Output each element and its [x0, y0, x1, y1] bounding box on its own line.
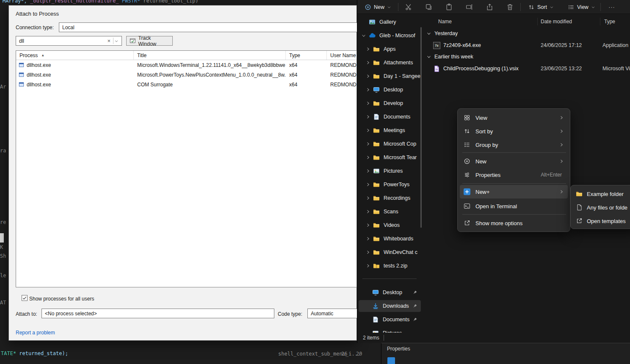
folder-icon [373, 235, 380, 242]
chevron-right-icon[interactable] [365, 141, 370, 146]
column-header-title[interactable]: Title [134, 51, 286, 60]
nav-item-microsoft-teams[interactable]: Microsoft Tear [359, 152, 421, 163]
group-header-yesterday[interactable]: Yesterday [424, 28, 630, 39]
nav-item-videos[interactable]: Videos [359, 219, 421, 231]
column-header-date[interactable]: Date modified [541, 19, 572, 25]
sort-button[interactable]: Sort [524, 1, 558, 13]
chevron-down-icon[interactable] [426, 54, 431, 59]
rename-button[interactable] [463, 1, 475, 13]
nav-item-documents-pinned[interactable]: Documents [359, 314, 421, 325]
nav-item-apps[interactable]: Apps [359, 43, 421, 55]
file-row-7zip[interactable]: 7z 7z2409-x64.exe 24/06/2025 17:12 Appli… [424, 40, 630, 51]
chevron-right-icon[interactable] [365, 114, 370, 119]
share-button[interactable] [484, 1, 495, 13]
menu-item-properties[interactable]: PropertiesAlt+Enter [460, 168, 568, 182]
column-header-name[interactable]: Name [438, 19, 452, 25]
menu-item-show-more-options[interactable]: Show more options [460, 216, 568, 230]
nav-item-microsoft-copilot[interactable]: Microsoft Cop [359, 138, 421, 150]
chevron-right-icon[interactable] [365, 196, 370, 201]
chevron-down-icon[interactable] [361, 33, 366, 38]
chevron-right-icon[interactable] [365, 155, 370, 160]
submenu-item-example-folder[interactable]: Example folder [573, 187, 630, 201]
paste-button[interactable] [443, 1, 455, 13]
toolbar-divider [520, 3, 521, 11]
clear-filter-button[interactable]: × [105, 38, 112, 44]
folder-icon [373, 154, 380, 161]
nav-item-recordings[interactable]: Recordings [359, 192, 421, 204]
track-window-icon [130, 38, 136, 44]
chevron-right-icon[interactable] [365, 236, 370, 241]
track-window-button[interactable]: Track Window [126, 36, 173, 46]
menu-item-new-plus[interactable]: New+ [460, 185, 568, 199]
column-header-type[interactable]: Type [604, 19, 615, 25]
file-row-vsix[interactable]: ChildProcessDebugging (1).vsix 23/06/202… [424, 63, 630, 74]
nav-item-meetings[interactable]: Meetings [359, 124, 421, 136]
chevron-right-icon[interactable] [365, 101, 370, 106]
sidebar-scrollbar[interactable] [420, 27, 422, 228]
process-row[interactable]: dllhost.exe Microsoft.PowerToys.NewPlusC… [16, 70, 356, 80]
copy-button[interactable] [423, 1, 434, 13]
attach-to-field[interactable]: <No process selected> [41, 309, 274, 318]
column-header-type[interactable]: Type [286, 51, 327, 60]
nav-item-attachments[interactable]: Attachments [359, 57, 421, 69]
menu-item-open-in-terminal[interactable]: Open in Terminal [460, 199, 568, 213]
menu-item-sort-by[interactable]: Sort by [460, 124, 568, 138]
chevron-right-icon[interactable] [365, 60, 370, 65]
menu-item-group-by[interactable]: Group by [460, 138, 568, 152]
file-date: 23/06/2025 13:22 [541, 66, 582, 72]
group-header-earlier-this-week[interactable]: Earlier this week [424, 51, 630, 62]
column-header-user[interactable]: User Name [327, 51, 356, 60]
chevron-right-icon[interactable] [365, 47, 370, 52]
nav-item-downloads-pinned[interactable]: Downloads [359, 300, 421, 312]
menu-item-new[interactable]: New [460, 154, 568, 168]
new-button[interactable]: New [361, 1, 395, 13]
process-filter-input[interactable]: dll × [16, 36, 122, 46]
process-user: REDMOND [327, 80, 356, 89]
cut-button[interactable] [402, 1, 414, 13]
nav-item-documents-onedrive[interactable]: Documents [359, 111, 421, 123]
nav-item-whiteboards[interactable]: Whiteboards [359, 233, 421, 245]
folder-icon [373, 127, 380, 134]
nav-item-day1[interactable]: Day 1 - Sangee [359, 70, 421, 82]
chevron-right-icon[interactable] [365, 128, 370, 133]
chevron-right-icon[interactable] [365, 250, 370, 255]
nav-item-develop[interactable]: Develop [359, 97, 421, 109]
view-button[interactable]: View [564, 1, 599, 13]
nav-item-gallery[interactable]: Gallery [359, 16, 421, 28]
process-row[interactable]: dllhost.exe Microsoft.WindowsTerminal_1.… [16, 60, 356, 70]
chevron-right-icon [559, 115, 564, 120]
connection-type-dropdown[interactable]: Local [59, 22, 357, 32]
file-type: Microsoft Vi [602, 66, 630, 72]
nav-item-powertoys[interactable]: PowerToys [359, 179, 421, 190]
chevron-right-icon[interactable] [365, 87, 370, 92]
chevron-right-icon[interactable] [365, 223, 370, 228]
delete-button[interactable] [504, 1, 516, 13]
chevron-down-icon[interactable] [114, 39, 119, 43]
report-problem-link[interactable]: Report a problem [16, 330, 55, 336]
code-type-dropdown[interactable]: Automatic [307, 309, 357, 318]
chevron-down-icon[interactable] [426, 31, 431, 36]
menu-item-view[interactable]: View [460, 111, 568, 124]
plus-circle-icon [464, 158, 470, 165]
nav-item-tests-zip[interactable]: tests 2.zip [359, 260, 421, 272]
nav-item-onedrive[interactable]: Gleb - Microsof [359, 30, 421, 41]
process-row[interactable]: dllhost.exe COM Surrogate x64 REDMOND [16, 80, 356, 89]
nav-item-windevchat[interactable]: WinDevChat c [359, 246, 421, 258]
chevron-right-icon[interactable] [365, 263, 370, 268]
menu-shortcut: Alt+Enter [541, 172, 562, 178]
ch evron-right-icon[interactable] [365, 74, 370, 79]
column-header-process[interactable]: Process▲ [16, 51, 134, 60]
more-options-button[interactable]: ··· [605, 1, 619, 13]
attach-to-value: <No process selected> [45, 311, 97, 317]
show-all-users-checkbox[interactable] [22, 295, 28, 301]
nav-item-desktop-onedrive[interactable]: Desktop [359, 84, 421, 96]
submenu-item-any-files[interactable]: Any files or folde [573, 201, 630, 214]
chevron-right-icon[interactable] [365, 168, 370, 174]
code-line-top: MArray*, _outptr_result_nullonfailure_ P… [3, 0, 198, 4]
submenu-item-open-templates[interactable]: Open templates [573, 214, 630, 228]
nav-item-desktop-pinned[interactable]: Desktop [359, 287, 421, 298]
chevron-right-icon[interactable] [365, 182, 370, 187]
nav-item-pictures-onedrive[interactable]: Pictures [359, 165, 421, 177]
nav-item-scans[interactable]: Scans [359, 206, 421, 218]
chevron-right-icon[interactable] [365, 209, 370, 214]
